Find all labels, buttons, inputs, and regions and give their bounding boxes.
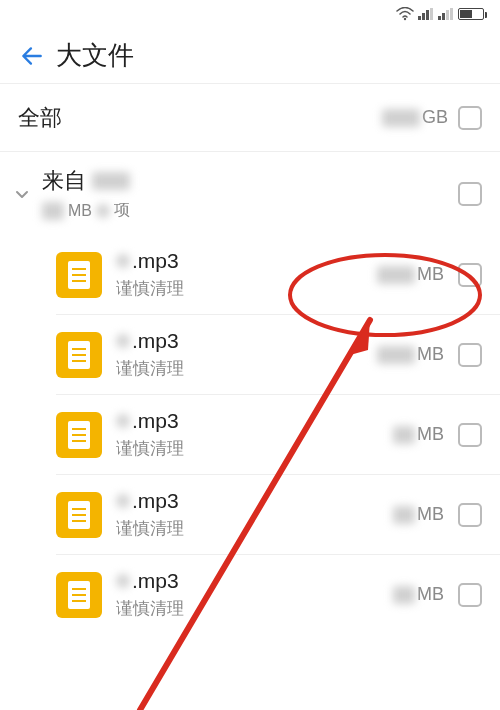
list-item[interactable]: .mp3 谨慎清理 0MB (56, 555, 500, 634)
filter-all-label: 全部 (18, 103, 62, 133)
file-type-icon (56, 572, 102, 618)
redacted-value: 0 (42, 202, 64, 220)
total-size: 00 GB (382, 107, 448, 128)
status-icons (396, 7, 484, 21)
page-title: 大文件 (56, 38, 134, 73)
file-name: .mp3 (116, 489, 379, 513)
file-caution-label: 谨慎清理 (116, 597, 379, 620)
svg-rect-5 (438, 16, 441, 20)
group-prefix: 来自 (42, 166, 86, 196)
redacted-value (116, 494, 130, 508)
redacted-value: 00 (382, 109, 420, 127)
svg-rect-7 (446, 10, 449, 20)
redacted-value: 0 (393, 586, 415, 604)
list-item[interactable]: .mp3 谨慎清理 00MB (56, 235, 500, 315)
list-item[interactable]: .mp3 谨慎清理 00MB (56, 315, 500, 395)
svg-point-0 (404, 18, 406, 20)
file-type-icon (56, 332, 102, 378)
svg-rect-2 (422, 13, 425, 20)
redacted-value (96, 204, 110, 218)
redacted-value (116, 334, 130, 348)
item-checkbox[interactable] (458, 423, 482, 447)
status-bar (0, 0, 500, 28)
redacted-value: 00 (377, 266, 415, 284)
svg-rect-1 (418, 16, 421, 20)
filter-all-row[interactable]: 全部 00 GB (0, 84, 500, 152)
item-checkbox[interactable] (458, 263, 482, 287)
file-name: .mp3 (116, 569, 379, 593)
svg-rect-4 (430, 8, 433, 20)
file-list: .mp3 谨慎清理 00MB .mp3 谨慎清理 00MB .mp3 谨慎清理 … (0, 235, 500, 634)
group-checkbox[interactable] (458, 182, 482, 206)
file-size: 0MB (393, 504, 444, 525)
group-count-unit: 项 (114, 200, 130, 221)
redacted-value: 00 (377, 346, 415, 364)
group-size-unit: MB (68, 202, 92, 220)
file-caution-label: 谨慎清理 (116, 277, 363, 300)
file-name: .mp3 (116, 409, 379, 433)
svg-rect-6 (442, 13, 445, 20)
redacted-value: 0 (393, 426, 415, 444)
file-caution-label: 谨慎清理 (116, 357, 363, 380)
select-all-checkbox[interactable] (458, 106, 482, 130)
total-size-unit: GB (422, 107, 448, 128)
group-subtitle: 0 MB 项 (42, 200, 452, 221)
redacted-value: xx (92, 172, 130, 190)
item-checkbox[interactable] (458, 503, 482, 527)
svg-rect-8 (450, 8, 453, 20)
back-button[interactable] (12, 36, 52, 76)
item-checkbox[interactable] (458, 583, 482, 607)
redacted-value (116, 414, 130, 428)
wifi-icon (396, 7, 414, 21)
svg-rect-3 (426, 10, 429, 20)
redacted-value: 0 (393, 506, 415, 524)
file-size: 00MB (377, 344, 444, 365)
app-bar: 大文件 (0, 28, 500, 84)
file-name: .mp3 (116, 249, 363, 273)
file-type-icon (56, 412, 102, 458)
file-type-icon (56, 252, 102, 298)
arrow-left-icon (19, 43, 45, 69)
redacted-value (116, 254, 130, 268)
file-size: 0MB (393, 424, 444, 445)
group-header[interactable]: 来自 xx 0 MB 项 (0, 152, 500, 235)
list-item[interactable]: .mp3 谨慎清理 0MB (56, 395, 500, 475)
signal-icon (418, 8, 434, 20)
file-name: .mp3 (116, 329, 363, 353)
list-item[interactable]: .mp3 谨慎清理 0MB (56, 475, 500, 555)
file-caution-label: 谨慎清理 (116, 437, 379, 460)
signal-icon-2 (438, 8, 454, 20)
chevron-down-icon (8, 186, 36, 202)
battery-icon (458, 8, 484, 20)
file-caution-label: 谨慎清理 (116, 517, 379, 540)
file-size: 0MB (393, 584, 444, 605)
item-checkbox[interactable] (458, 343, 482, 367)
file-type-icon (56, 492, 102, 538)
redacted-value (116, 574, 130, 588)
file-size: 00MB (377, 264, 444, 285)
